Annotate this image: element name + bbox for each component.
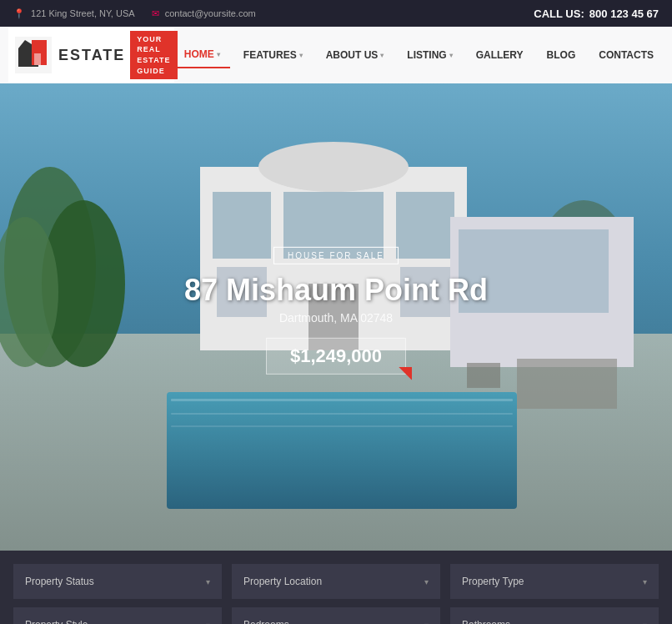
hero-section: HOUSE FOR SALE 87 Mishaum Point Rd Dartm…: [0, 83, 672, 551]
property-style-dropdown[interactable]: Property Style ▾: [13, 607, 222, 624]
bathrooms-dropdown[interactable]: Bathrooms ▾: [450, 607, 659, 624]
top-bar-contact: 📍 121 King Street, NY, USA ✉ contact@you…: [13, 8, 256, 19]
search-row-1: Property Status ▾ Property Location ▾ Pr…: [13, 564, 659, 599]
nav-blog[interactable]: BLOG: [537, 43, 586, 68]
chevron-down-icon: ▾: [449, 52, 453, 59]
hero-title: 87 Mishaum Point Rd: [184, 273, 488, 308]
chevron-down-icon: ▾: [206, 621, 210, 625]
listing-badge: HOUSE FOR SALE: [273, 247, 399, 264]
bedrooms-dropdown[interactable]: Bedrooms ▾: [232, 607, 440, 624]
svg-rect-22: [171, 399, 513, 401]
nav-home[interactable]: HOME ▾: [174, 42, 230, 68]
svg-rect-24: [171, 425, 513, 427]
header: ESTATE YOUR REAL ESTATE GUIDE HOME ▾ FEA…: [0, 27, 672, 83]
top-bar: 📍 121 King Street, NY, USA ✉ contact@you…: [0, 0, 672, 27]
chevron-down-icon: ▾: [424, 577, 429, 586]
property-location-dropdown[interactable]: Property Location ▾: [232, 564, 440, 599]
search-row-2: Property Style ▾ Bedrooms ▾ Bathrooms ▾: [13, 607, 659, 624]
nav-about[interactable]: ABOUT US ▾: [316, 43, 394, 68]
chevron-down-icon: ▾: [299, 52, 303, 59]
phone-item: CALL US: 800 123 45 67: [534, 8, 659, 20]
email-item: ✉ contact@yoursite.com: [152, 8, 256, 19]
hero-price: $1,249,000: [266, 338, 406, 375]
nav-listing[interactable]: LISTING ▾: [397, 43, 462, 68]
chevron-down-icon: ▾: [643, 577, 647, 586]
svg-rect-4: [34, 53, 41, 65]
chevron-down-icon: ▾: [217, 51, 220, 58]
nav-gallery[interactable]: GALLERY: [466, 43, 534, 68]
chevron-down-icon: ▾: [206, 577, 210, 586]
logo-icon: [15, 37, 52, 73]
email-icon: ✉: [152, 8, 159, 18]
chevron-down-icon: ▾: [643, 621, 647, 625]
search-section: Property Status ▾ Property Location ▾ Pr…: [0, 551, 672, 624]
hero-content: HOUSE FOR SALE 87 Mishaum Point Rd Dartm…: [184, 247, 488, 375]
logo-tagline: YOUR REAL ESTATE GUIDE: [130, 31, 177, 79]
chevron-down-icon: ▾: [380, 52, 384, 59]
property-type-dropdown[interactable]: Property Type ▾: [450, 564, 659, 599]
logo: ESTATE YOUR REAL ESTATE GUIDE: [8, 28, 174, 83]
location-icon: 📍: [13, 8, 25, 18]
property-status-dropdown[interactable]: Property Status ▾: [13, 564, 222, 599]
svg-rect-23: [171, 413, 513, 415]
hero-address: Dartmouth, MA 02748: [184, 311, 488, 325]
nav-features[interactable]: FEATURES ▾: [233, 43, 313, 68]
svg-point-12: [258, 142, 409, 192]
address-item: 📍 121 King Street, NY, USA: [13, 8, 135, 19]
svg-rect-25: [517, 359, 617, 409]
nav-contacts[interactable]: CONTACTS: [589, 43, 664, 68]
logo-brand: ESTATE: [58, 47, 125, 64]
main-nav: HOME ▾ FEATURES ▾ ABOUT US ▾ LISTING ▾ G…: [174, 42, 664, 68]
chevron-down-icon: ▾: [424, 621, 429, 625]
svg-rect-21: [167, 392, 517, 509]
